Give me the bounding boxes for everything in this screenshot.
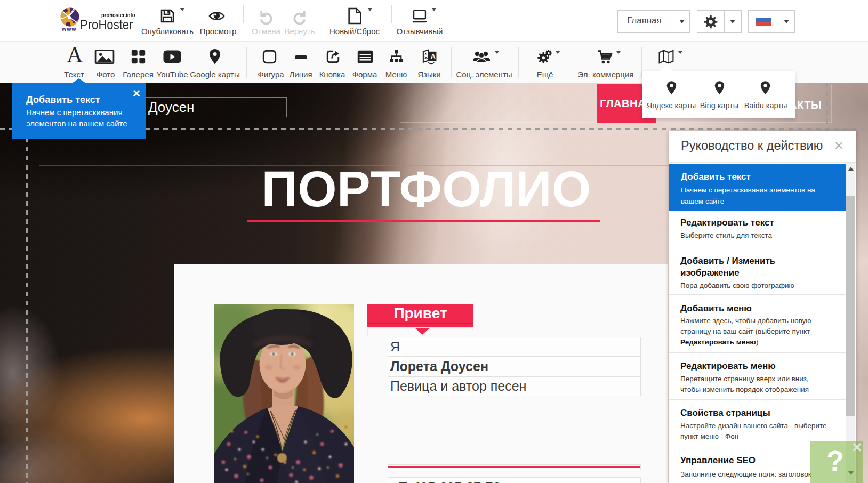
svg-text:A: A xyxy=(431,52,436,60)
svg-text:www: www xyxy=(61,26,77,31)
